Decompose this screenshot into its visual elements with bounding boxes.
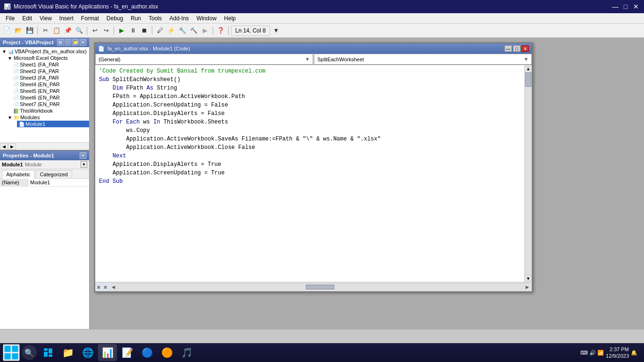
module-dropdowns: (General) ▼ SplitEachWorksheet ▼ [95,54,532,65]
tree-sheet6[interactable]: 📄 Sheet6 (EN_PAR [11,94,89,101]
clock-date: 12/9/2023 [606,353,629,359]
menu-window[interactable]: Window [193,14,221,23]
general-dropdown[interactable]: (General) ▼ [95,54,313,65]
tree-sheet4[interactable]: 📄 Sheet4 (EN_PAR [11,81,89,88]
maximize-button[interactable]: □ [621,2,630,11]
toolbar-find[interactable]: 🔍 [74,25,84,36]
start-button[interactable] [3,344,20,361]
menu-insert[interactable]: Insert [56,14,77,23]
toolbar-design[interactable]: 🖊 [155,25,165,36]
tree-sheet5[interactable]: 📄 Sheet5 (EN_PAR [11,88,89,94]
toolbar-disabled[interactable]: ▶ [200,25,210,36]
tree-sheet7[interactable]: 📄 Sheet7 (EN_PAR [11,101,89,107]
minimize-button[interactable]: — [611,2,619,11]
prop-module-dropdown[interactable]: ▼ [81,161,87,168]
prop-tab-categorized[interactable]: Categorized [35,170,72,178]
scroll-thumb-v[interactable] [525,73,531,87]
hscroll-left[interactable]: ◀ [112,285,115,289]
clock-time: 2:37 PM [606,346,629,353]
folder-icon[interactable]: 📁 [72,39,79,46]
taskbar-app-word[interactable]: 📝 [118,344,137,361]
module-close[interactable]: ✕ [521,45,529,52]
toolbar-redo[interactable]: ↪ [101,25,111,36]
toolbar-undo[interactable]: ↩ [90,25,100,36]
align-right-icon[interactable]: ≡ [104,284,107,290]
toolbar-cut[interactable]: ✂ [40,25,50,36]
taskbar-app-chrome[interactable]: 🔵 [138,344,157,361]
hscroll-right[interactable]: ▶ [526,285,529,289]
vbaproject-label: VBAProject (fa_en_author.xlsx) [15,49,87,54]
toolbar-copy[interactable]: 📋 [51,25,62,36]
tree-modules[interactable]: ▼ 📁 Modules [6,114,89,121]
taskbar-app-explorer[interactable]: 📁 [58,344,77,361]
module1-label: Module1 [25,121,45,127]
project-microsoft-excel[interactable]: ▼ Microsoft Excel Objects [6,55,89,61]
tree-sheet1[interactable]: 📄 Sheet1 (FA_PAR [11,61,89,68]
edge-icon: 🌐 [82,347,94,358]
menu-tools[interactable]: Tools [145,14,165,23]
sheet1-icon: 📄 [13,62,19,67]
taskbar-app-excel[interactable]: 📊 [98,344,117,361]
tree-module1[interactable]: 📄 Module1 [17,121,89,127]
prop-module-type: Module [25,162,42,167]
toolbar-save[interactable]: 💾 [25,25,35,36]
scroll-up-arrow[interactable]: ▲ [525,65,532,73]
props-close-btn[interactable]: ✕ [80,152,86,159]
module-footer: ≡ ≡ ◀ ▶ [95,282,532,291]
toolbar-reset[interactable]: ⏹ [139,25,149,36]
music-icon: 🎵 [181,347,193,358]
close-button[interactable]: ✕ [632,2,640,11]
menu-view[interactable]: View [36,14,56,23]
prop-tab-alphabetic[interactable]: Alphabetic [2,170,34,179]
notification-icon[interactable]: 🔔 [631,350,637,356]
menu-edit[interactable]: Edit [18,14,36,23]
align-left-icon[interactable]: ≡ [97,284,100,290]
project-vbaproject[interactable]: ▼ 📊 VBAProject (fa_en_author.xlsx) [0,48,89,55]
toolbar-run[interactable]: ▶ [116,25,127,36]
toolbar-separator-2 [87,26,87,35]
taskbar-app-media[interactable]: 🟠 [157,344,176,361]
module-title-text: fa_en_author.xlsx - Module1 (Code) [107,46,190,51]
toolbar-open[interactable]: 📂 [13,25,24,36]
view-toggle-1[interactable]: ⊞ [57,39,64,46]
prop-row-name: (Name) Module1 [0,179,89,187]
project-close-btn[interactable]: ✕ [80,39,86,46]
toolbar-paste[interactable]: 📌 [63,25,73,36]
expand-icon: ▼ [2,49,7,54]
code-scrollbar-vertical[interactable]: ▲ ▼ [524,65,532,282]
toolbar-more1[interactable]: 🔧 [177,25,188,36]
menu-format[interactable]: Format [77,14,103,23]
scroll-down-arrow[interactable]: ▼ [525,274,532,282]
toolbar-vba[interactable]: ⚡ [166,25,176,36]
toolbar-break[interactable]: ⏸ [128,25,138,36]
taskbar-app-edge[interactable]: 🌐 [78,344,97,361]
module-maximize[interactable]: □ [513,45,520,52]
workbook-icon: 📗 [13,108,19,114]
menu-help[interactable]: Help [220,14,239,23]
tray-icons: ⌨ 🔊 📶 [580,350,604,356]
menu-file[interactable]: File [2,14,18,23]
clock[interactable]: 2:37 PM 12/9/2023 [606,346,629,360]
menu-debug[interactable]: Debug [103,14,127,23]
hscroll-thumb[interactable] [306,285,334,289]
nav-right[interactable]: ▶ [8,143,16,150]
toolbar-new[interactable]: 📄 [2,25,12,36]
modules-folder-icon: 📁 [14,115,19,120]
taskbar-app-widgets[interactable] [39,344,58,361]
view-toggle-2[interactable]: □ [65,39,71,46]
taskbar-app-music[interactable]: 🎵 [177,344,196,361]
tree-sheet2[interactable]: 📄 Sheet2 (FA_PAR [11,68,89,74]
module-minimize[interactable]: — [504,45,512,52]
toolbar-help[interactable]: ❓ [215,25,226,36]
modules-label: Modules [20,115,40,120]
menu-run[interactable]: Run [127,14,145,23]
taskbar-search[interactable]: 🔍 [22,345,37,360]
code-content[interactable]: 'Code Created by Sumit Bansal from trump… [95,65,524,282]
menu-addins[interactable]: Add-Ins [165,14,192,23]
nav-left[interactable]: ◀ [0,143,8,150]
toolbar-more2[interactable]: 🔨 [189,25,199,36]
tree-thisworkbook[interactable]: 📗 ThisWorkbook [11,107,89,114]
tree-sheet3[interactable]: 📄 Sheet3 (FA_PAR [11,74,89,81]
procedure-dropdown[interactable]: SplitEachWorksheet ▼ [314,54,532,65]
toolbar-dropdown[interactable]: ▼ [271,25,281,36]
